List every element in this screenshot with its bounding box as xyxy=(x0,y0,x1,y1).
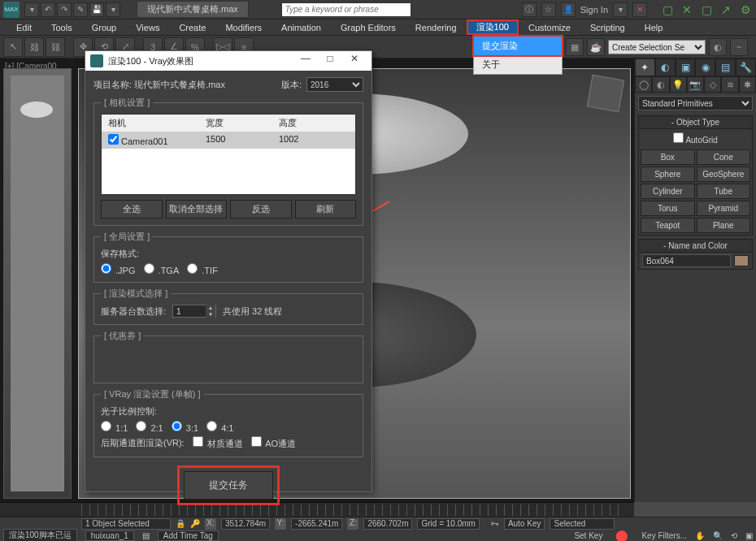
tool-render-icon[interactable]: ☕ xyxy=(587,38,605,56)
viewcube-icon[interactable] xyxy=(587,75,624,112)
panel-tab-motion-icon[interactable]: ◉ xyxy=(695,58,715,76)
ratio-31-radio[interactable]: 3:1 xyxy=(172,421,198,433)
ao-channel-checkbox[interactable]: AO通道 xyxy=(251,436,296,450)
dialog-close-button[interactable]: ✕ xyxy=(342,53,367,69)
add-time-tag-button[interactable]: Add Time Tag xyxy=(158,530,219,541)
z-coord-field[interactable]: 2660.702m xyxy=(363,518,412,530)
ext-x-icon[interactable]: ✕ xyxy=(680,2,694,17)
prim-pyramid-button[interactable]: Pyramid xyxy=(697,201,751,216)
key-filters-button[interactable]: Key Filters... xyxy=(641,531,687,540)
menu-customize[interactable]: Customize xyxy=(519,21,580,34)
prim-torus-button[interactable]: Torus xyxy=(641,201,695,216)
menu-scripting[interactable]: Scripting xyxy=(580,21,635,34)
prim-sphere-button[interactable]: Sphere xyxy=(641,167,695,182)
undo-icon[interactable]: ↶ xyxy=(41,2,55,17)
subtab-spacewarps-icon[interactable]: ≋ xyxy=(721,76,738,93)
select-all-button[interactable]: 全选 xyxy=(101,200,163,219)
workspace-icon[interactable]: ▾ xyxy=(613,2,628,17)
deselect-all-button[interactable]: 取消全部选择 xyxy=(166,200,228,219)
nav-max-icon[interactable]: ▣ xyxy=(745,531,753,540)
dialog-title-bar[interactable]: 渲染100 - Vray效果图 — □ ✕ xyxy=(85,51,371,71)
viewport-left[interactable] xyxy=(3,68,72,499)
ext-gear-icon[interactable]: ⚙ xyxy=(738,2,753,17)
menu-views[interactable]: Views xyxy=(126,21,169,34)
redo-icon[interactable]: ↷ xyxy=(57,2,72,17)
autokey-button[interactable]: Auto Key xyxy=(504,518,545,530)
server-count-input[interactable] xyxy=(173,307,206,316)
rollout-object-type[interactable]: Object Type xyxy=(639,116,752,129)
help-search-input[interactable] xyxy=(281,2,411,17)
tool-render-frame-icon[interactable]: ▦ xyxy=(566,38,584,56)
sign-in-link[interactable]: Sign In xyxy=(580,5,608,15)
material-channel-checkbox[interactable]: 材质通道 xyxy=(193,436,243,450)
subtab-shapes-icon[interactable]: ◐ xyxy=(652,76,669,93)
version-select[interactable]: 2016 xyxy=(306,77,363,92)
setkey-button[interactable]: Set Key xyxy=(574,531,602,540)
x-coord-field[interactable]: 3512.784m xyxy=(221,518,270,530)
save-icon[interactable]: 💾 xyxy=(89,2,104,17)
spinner-up-icon[interactable]: ▲ xyxy=(206,305,215,311)
tool-unlink-icon[interactable]: ⛓ xyxy=(46,37,65,57)
rollout-name-color[interactable]: Name and Color xyxy=(639,240,752,253)
qat-button[interactable]: ▾ xyxy=(24,2,39,17)
ext-box-icon[interactable]: ▢ xyxy=(699,2,714,17)
menu-rendering[interactable]: Rendering xyxy=(406,21,467,34)
category-select[interactable]: Standard Primitives xyxy=(638,96,753,110)
key-icon[interactable]: 🗝 xyxy=(491,519,499,528)
menu-tools[interactable]: Tools xyxy=(41,21,82,34)
nav-pan-icon[interactable]: ✋ xyxy=(695,531,705,540)
format-tga-radio[interactable]: .TGA xyxy=(144,263,180,275)
ratio-41-radio[interactable]: 4:1 xyxy=(206,421,233,433)
ratio-21-radio[interactable]: 2:1 xyxy=(136,421,163,433)
panel-tab-display-icon[interactable]: ▤ xyxy=(715,58,736,76)
prim-teapot-button[interactable]: Teapot xyxy=(641,218,695,233)
ext-share-icon[interactable]: ↗ xyxy=(719,2,733,17)
y-coord-field[interactable]: -2665.241m xyxy=(291,518,342,530)
panel-tab-hierarchy-icon[interactable]: ▣ xyxy=(676,58,696,76)
prim-cone-button[interactable]: Cone xyxy=(697,149,751,165)
invert-selection-button[interactable]: 反选 xyxy=(230,200,292,219)
setkey-icon[interactable]: ⬤ xyxy=(615,529,628,541)
prim-cylinder-button[interactable]: Cylinder xyxy=(641,184,695,199)
info-icon[interactable]: ⓘ xyxy=(522,2,537,17)
prim-tube-button[interactable]: Tube xyxy=(697,184,751,199)
camera-row-checkbox[interactable] xyxy=(108,134,119,145)
menu-edit[interactable]: Edit xyxy=(7,21,41,34)
ratio-11-radio[interactable]: 1:1 xyxy=(101,421,128,433)
tool-select-icon[interactable]: ↖ xyxy=(3,37,23,57)
refresh-button[interactable]: 刷新 xyxy=(295,200,357,219)
prim-geosphere-button[interactable]: GeoSphere xyxy=(697,167,751,182)
user-icon[interactable]: 👤 xyxy=(561,2,576,17)
object-color-swatch[interactable] xyxy=(734,255,749,266)
dialog-minimize-button[interactable]: — xyxy=(293,53,318,69)
nav-zoom-icon[interactable]: 🔍 xyxy=(713,531,723,540)
menu-animation[interactable]: Animation xyxy=(272,21,331,34)
qat-more-icon[interactable]: ▾ xyxy=(106,2,120,17)
prim-box-button[interactable]: Box xyxy=(641,149,695,165)
menu-render100[interactable]: 渲染100 xyxy=(467,19,519,35)
panel-tab-modify-icon[interactable]: ◐ xyxy=(655,58,676,76)
comm-icon[interactable]: ☆ xyxy=(541,2,556,17)
submit-task-button[interactable]: 提交任务 xyxy=(184,471,273,500)
menu-modifiers[interactable]: Modifiers xyxy=(215,21,272,34)
object-name-input[interactable] xyxy=(642,254,731,267)
selected-mode-field[interactable]: Selected xyxy=(550,518,615,530)
subtab-systems-icon[interactable]: ✱ xyxy=(739,76,756,93)
format-tif-radio[interactable]: .TIF xyxy=(187,263,218,275)
panel-tab-utilities-icon[interactable]: 🔧 xyxy=(736,58,756,76)
menu-create[interactable]: Create xyxy=(169,21,215,34)
menu-group[interactable]: Group xyxy=(82,21,127,34)
server-count-spinner[interactable]: ▲▼ xyxy=(172,305,216,318)
tool-material-icon[interactable]: ◐ xyxy=(709,38,727,56)
dropdown-about[interactable]: 关于 xyxy=(474,55,562,74)
subtab-geometry-icon[interactable]: ◯ xyxy=(635,76,652,93)
selection-set-select[interactable]: Create Selection Se xyxy=(608,40,706,54)
scene-tab[interactable]: huixuan_1 xyxy=(85,530,134,541)
nav-orbit-icon[interactable]: ⟲ xyxy=(731,531,737,540)
dialog-maximize-button[interactable]: □ xyxy=(318,53,342,69)
menu-help[interactable]: Help xyxy=(635,21,673,34)
subtab-helpers-icon[interactable]: ◇ xyxy=(704,76,721,93)
tool-link-icon[interactable]: ⛓ xyxy=(24,37,44,57)
subtab-cameras-icon[interactable]: 📷 xyxy=(687,76,704,93)
ext-phone-icon[interactable]: ▢ xyxy=(660,2,675,17)
